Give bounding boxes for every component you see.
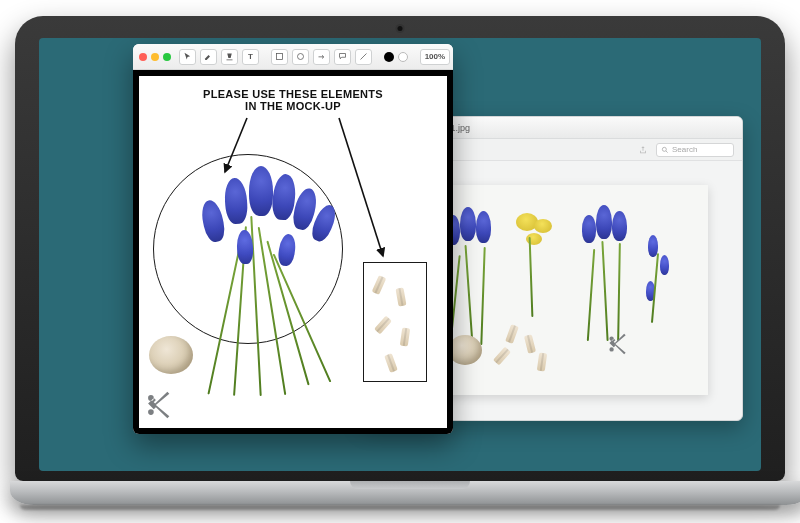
search-placeholder: Search xyxy=(672,145,697,154)
pointer-tool-button[interactable] xyxy=(179,49,196,65)
editor-stage: PLEASE USE THESE ELEMENTS IN THE MOCK-UP xyxy=(133,70,453,434)
laptop-camera xyxy=(398,26,403,31)
search-input[interactable]: Search xyxy=(656,143,734,157)
twine-ball xyxy=(149,336,193,374)
svg-rect-2 xyxy=(276,54,282,60)
svg-point-3 xyxy=(297,54,303,60)
highlight-icon xyxy=(225,52,234,61)
pen-icon xyxy=(204,52,213,61)
color-swatch-white[interactable] xyxy=(398,52,408,62)
text-tool-button[interactable]: T xyxy=(242,49,259,65)
editor-toolbar: T 100% xyxy=(133,44,453,70)
editor-artboard[interactable]: PLEASE USE THESE ELEMENTS IN THE MOCK-UP xyxy=(139,76,447,428)
svg-line-6 xyxy=(339,118,383,256)
scissors-icon xyxy=(141,388,175,426)
laptop-foot-shadow xyxy=(20,505,780,510)
editor-traffic-lights[interactable] xyxy=(139,53,171,61)
callout-shape-button[interactable] xyxy=(334,49,351,65)
zoom-icon[interactable] xyxy=(163,53,171,61)
highlight-tool-button[interactable] xyxy=(221,49,238,65)
svg-point-0 xyxy=(662,147,666,151)
svg-line-1 xyxy=(666,151,668,153)
annotation-text[interactable]: PLEASE USE THESE ELEMENTS IN THE MOCK-UP xyxy=(139,88,447,112)
laptop-screen-frame: flower_v01.jpg Search xyxy=(15,16,785,481)
scissors-icon xyxy=(604,331,630,361)
laptop-base xyxy=(10,481,800,505)
rect-shape-button[interactable] xyxy=(271,49,288,65)
arrow-icon xyxy=(317,52,326,61)
annotation-editor-window: T 100% xyxy=(133,44,453,434)
circle-icon xyxy=(296,52,305,61)
circle-shape-button[interactable] xyxy=(292,49,309,65)
color-swatch-black[interactable] xyxy=(384,52,394,62)
annotation-text-line1: PLEASE USE THESE ELEMENTS xyxy=(139,88,447,100)
arrow-shape-button[interactable] xyxy=(313,49,330,65)
laptop-mockup: flower_v01.jpg Search xyxy=(10,16,790,510)
line-shape-button[interactable] xyxy=(355,49,372,65)
search-icon xyxy=(661,146,669,154)
pointer-icon xyxy=(183,52,192,61)
square-icon xyxy=(275,52,284,61)
close-icon[interactable] xyxy=(139,53,147,61)
annotation-text-line2: IN THE MOCK-UP xyxy=(139,100,447,112)
callout-icon xyxy=(338,52,347,61)
line-icon xyxy=(359,52,368,61)
minimize-icon[interactable] xyxy=(151,53,159,61)
share-icon[interactable] xyxy=(638,145,648,155)
desktop-wallpaper: flower_v01.jpg Search xyxy=(39,38,761,471)
pen-tool-button[interactable] xyxy=(200,49,217,65)
zoom-level-button[interactable]: 100% xyxy=(420,49,450,65)
svg-line-4 xyxy=(360,54,366,60)
